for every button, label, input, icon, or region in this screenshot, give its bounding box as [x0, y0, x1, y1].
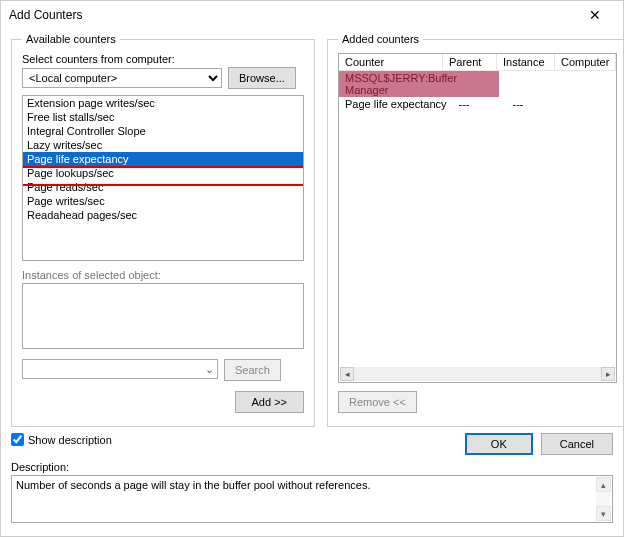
group-row[interactable]: MSSQL$JERRY:Buffer Manager — [339, 71, 499, 97]
available-counters-list[interactable]: Extension page writes/sec Free list stal… — [22, 95, 304, 261]
cell-counter: Page life expectancy — [339, 97, 453, 111]
close-icon[interactable]: ✕ — [575, 1, 615, 29]
instances-label: Instances of selected object: — [22, 269, 304, 281]
col-computer[interactable]: Computer — [555, 54, 616, 70]
list-item[interactable]: Page lookups/sec — [23, 166, 303, 180]
scroll-up-icon[interactable]: ▴ — [596, 477, 611, 492]
cell-instance: --- — [507, 97, 565, 111]
list-item[interactable]: Lazy writes/sec — [23, 138, 303, 152]
cancel-button[interactable]: Cancel — [541, 433, 613, 455]
browse-button[interactable]: Browse... — [228, 67, 296, 89]
list-item[interactable]: Page reads/sec — [23, 180, 303, 194]
added-counters-group: Added counters Counter Parent Instance C… — [327, 33, 624, 427]
available-counters-group: Available counters Select counters from … — [11, 33, 315, 427]
search-button[interactable]: Search — [224, 359, 281, 381]
col-parent[interactable]: Parent — [443, 54, 497, 70]
search-combo[interactable]: ⌄ — [22, 359, 218, 379]
show-description-checkbox[interactable] — [11, 433, 24, 446]
select-computer-label: Select counters from computer: — [22, 53, 304, 65]
table-header: Counter Parent Instance Computer — [339, 54, 616, 71]
added-legend: Added counters — [338, 33, 423, 45]
added-counters-table[interactable]: Counter Parent Instance Computer MSSQL$J… — [338, 53, 617, 383]
available-legend: Available counters — [22, 33, 120, 45]
window-title: Add Counters — [9, 8, 575, 22]
horizontal-scrollbar[interactable]: ◂ ▸ — [340, 367, 615, 381]
description-text: Number of seconds a page will stay in th… — [11, 475, 613, 523]
list-item[interactable]: Page writes/sec — [23, 194, 303, 208]
cell-parent: --- — [453, 97, 507, 111]
scroll-down-icon[interactable]: ▾ — [596, 506, 611, 521]
ok-button[interactable]: OK — [465, 433, 533, 455]
vertical-scrollbar[interactable]: ▴ ▾ — [596, 477, 611, 521]
scroll-track[interactable] — [596, 492, 611, 506]
titlebar: Add Counters ✕ — [1, 1, 623, 29]
col-counter[interactable]: Counter — [339, 54, 443, 70]
list-item[interactable]: Integral Controller Slope — [23, 124, 303, 138]
scroll-left-icon[interactable]: ◂ — [340, 367, 354, 381]
instances-list[interactable] — [22, 283, 304, 349]
scroll-track[interactable] — [354, 367, 601, 381]
remove-button[interactable]: Remove << — [338, 391, 417, 413]
chevron-down-icon: ⌄ — [201, 363, 217, 376]
add-button[interactable]: Add >> — [235, 391, 304, 413]
list-item[interactable]: Extension page writes/sec — [23, 96, 303, 110]
list-item[interactable]: Free list stalls/sec — [23, 110, 303, 124]
show-description-label: Show description — [28, 434, 112, 446]
list-item-selected[interactable]: Page life expectancy — [23, 152, 303, 166]
description-label: Description: — [11, 461, 69, 473]
add-counters-dialog: Add Counters ✕ Available counters Select… — [0, 0, 624, 537]
table-row[interactable]: Page life expectancy --- --- — [339, 97, 616, 111]
scroll-right-icon[interactable]: ▸ — [601, 367, 615, 381]
computer-select[interactable]: <Local computer> — [22, 68, 222, 88]
col-instance[interactable]: Instance — [497, 54, 555, 70]
list-item[interactable]: Readahead pages/sec — [23, 208, 303, 222]
cell-computer — [565, 97, 617, 111]
